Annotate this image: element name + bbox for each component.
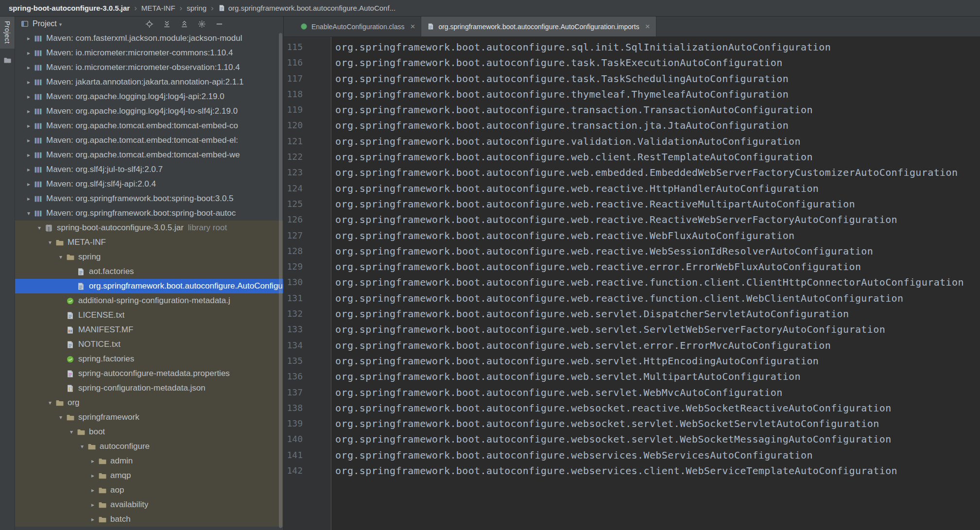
chevron-right-icon[interactable]: ▸ xyxy=(24,50,34,56)
chevron-down-icon[interactable]: ▾ xyxy=(77,443,87,450)
code-line[interactable]: org.springframework.boot.autoconfigure.t… xyxy=(335,55,980,70)
code-line[interactable]: org.springframework.boot.autoconfigure.t… xyxy=(335,102,980,118)
chevron-down-icon[interactable]: ▾ xyxy=(67,428,76,435)
chevron-down-icon[interactable]: ▾ xyxy=(56,414,66,421)
chevron-right-icon[interactable]: ▸ xyxy=(24,181,34,188)
tree-row[interactable]: ▸Maven: org.apache.logging.log4j:log4j-t… xyxy=(15,104,283,119)
editor-tab[interactable]: EnableAutoConfiguration.class× xyxy=(294,17,421,36)
tree-row[interactable]: NOTICE.txt xyxy=(15,337,283,352)
chevron-right-icon[interactable]: ▸ xyxy=(24,137,34,144)
tree-row[interactable]: ▸Maven: org.apache.tomcat.embed:tomcat-e… xyxy=(15,119,283,133)
tree-row[interactable]: ▾Maven: org.springframework.boot:spring-… xyxy=(15,206,283,221)
tree-row[interactable]: ▸Maven: org.apache.logging.log4j:log4j-a… xyxy=(15,89,283,104)
chevron-right-icon[interactable]: ▸ xyxy=(24,93,34,100)
select-opened-file-button[interactable] xyxy=(144,18,155,29)
chevron-right-icon[interactable]: ▸ xyxy=(24,108,34,115)
tree-row[interactable]: ▸aop xyxy=(15,483,283,497)
code-line[interactable]: org.springframework.boot.autoconfigure.w… xyxy=(335,416,980,431)
project-scrollbar[interactable] xyxy=(279,33,282,528)
editor-code[interactable]: org.springframework.boot.autoconfigure.s… xyxy=(331,37,980,530)
collapse-all-button[interactable] xyxy=(179,18,189,29)
chevron-right-icon[interactable]: ▸ xyxy=(24,122,34,129)
expand-all-button[interactable] xyxy=(161,18,172,29)
code-line[interactable]: org.springframework.boot.autoconfigure.w… xyxy=(335,463,980,479)
code-line[interactable]: org.springframework.boot.autoconfigure.w… xyxy=(335,306,980,322)
code-line[interactable]: org.springframework.boot.autoconfigure.w… xyxy=(335,165,980,180)
tree-row[interactable]: ▾autoconfigure xyxy=(15,439,283,454)
tree-row[interactable]: ▾spring-boot-autoconfigure-3.0.5.jarlibr… xyxy=(15,221,283,235)
chevron-right-icon[interactable]: ▸ xyxy=(24,195,34,202)
project-view-selector[interactable]: Project xyxy=(33,19,57,28)
tree-row[interactable]: ▸Maven: io.micrometer:micrometer-commons… xyxy=(15,46,283,60)
tree-row[interactable]: spring.factories xyxy=(15,352,283,366)
code-line[interactable]: org.springframework.boot.autoconfigure.w… xyxy=(335,291,980,306)
tree-row[interactable]: ▸Maven: org.springframework.boot:spring-… xyxy=(15,191,283,206)
tree-row[interactable]: {}spring-configuration-metadata.json xyxy=(15,381,283,395)
code-line[interactable]: org.springframework.boot.autoconfigure.t… xyxy=(335,86,980,102)
tree-row[interactable]: ▸Maven: org.slf4j:slf4j-api:2.0.4 xyxy=(15,177,283,191)
code-line[interactable]: org.springframework.boot.autoconfigure.w… xyxy=(335,181,980,196)
chevron-right-icon[interactable]: ▸ xyxy=(88,458,98,464)
stripe-folder-icon[interactable] xyxy=(3,56,11,64)
code-line[interactable]: org.springframework.boot.autoconfigure.w… xyxy=(335,212,980,227)
code-line[interactable]: org.springframework.boot.autoconfigure.t… xyxy=(335,71,980,86)
settings-button[interactable] xyxy=(196,18,207,29)
code-line[interactable]: org.springframework.boot.autoconfigure.w… xyxy=(335,228,980,243)
breadcrumb-item[interactable]: org.springframework.boot.autoconfigure.A… xyxy=(218,4,395,12)
code-line[interactable]: org.springframework.boot.autoconfigure.w… xyxy=(335,385,980,400)
breadcrumb-item[interactable]: spring xyxy=(187,4,206,12)
chevron-right-icon[interactable]: ▸ xyxy=(24,64,34,71)
tree-row[interactable]: aot.factories xyxy=(15,264,283,279)
chevron-right-icon[interactable]: ▸ xyxy=(24,35,34,42)
breadcrumb-item[interactable]: spring-boot-autoconfigure-3.0.5.jar xyxy=(9,4,130,12)
code-line[interactable]: org.springframework.boot.autoconfigure.w… xyxy=(335,447,980,463)
chevron-right-icon[interactable]: ▸ xyxy=(88,472,98,479)
chevron-down-icon[interactable]: ▾ xyxy=(34,224,44,231)
code-line[interactable]: org.springframework.boot.autoconfigure.w… xyxy=(335,196,980,212)
tree-row[interactable]: ▾boot xyxy=(15,425,283,439)
chevron-right-icon[interactable]: ▸ xyxy=(88,516,98,523)
close-icon[interactable]: × xyxy=(410,22,415,31)
code-line[interactable]: org.springframework.boot.autoconfigure.w… xyxy=(335,400,980,416)
chevron-down-icon[interactable]: ▾ xyxy=(45,399,55,406)
chevron-right-icon[interactable]: ▸ xyxy=(24,79,34,85)
chevron-right-icon[interactable]: ▸ xyxy=(88,501,98,508)
tree-row[interactable]: MANIFEST.MF xyxy=(15,323,283,337)
tree-row[interactable]: ▸amqp xyxy=(15,468,283,483)
breadcrumb-item[interactable]: META-INF xyxy=(141,4,175,12)
close-icon[interactable]: × xyxy=(645,22,650,31)
stripe-tab-project[interactable]: Project xyxy=(0,17,15,49)
tree-row[interactable]: org.springframework.boot.autoconfigure.A… xyxy=(15,279,283,293)
tree-row[interactable]: ▾META-INF xyxy=(15,235,283,250)
tree-row[interactable]: ▸admin xyxy=(15,454,283,468)
tree-row[interactable]: ▸Maven: com.fasterxml.jackson.module:jac… xyxy=(15,31,283,46)
tree-row[interactable]: ▸batch xyxy=(15,512,283,527)
code-line[interactable]: org.springframework.boot.autoconfigure.w… xyxy=(335,149,980,165)
code-line[interactable]: org.springframework.boot.autoconfigure.s… xyxy=(335,39,980,55)
chevron-right-icon[interactable]: ▸ xyxy=(24,152,34,158)
code-line[interactable]: org.springframework.boot.autoconfigure.w… xyxy=(335,369,980,384)
tree-row[interactable]: ▾org xyxy=(15,395,283,410)
code-line[interactable]: org.springframework.boot.autoconfigure.w… xyxy=(335,322,980,337)
tree-row[interactable]: ▸Maven: org.apache.tomcat.embed:tomcat-e… xyxy=(15,133,283,148)
code-line[interactable]: org.springframework.boot.autoconfigure.w… xyxy=(335,353,980,369)
chevron-down-icon[interactable]: ▾ xyxy=(45,239,55,246)
code-line[interactable]: org.springframework.boot.autoconfigure.t… xyxy=(335,118,980,133)
tree-row[interactable]: additional-spring-configuration-metadata… xyxy=(15,293,283,308)
chevron-down-icon[interactable]: ▾ xyxy=(24,210,34,217)
tree-row[interactable]: ▸Maven: io.micrometer:micrometer-observa… xyxy=(15,60,283,75)
tree-row[interactable]: ▸Maven: org.slf4j:jul-to-slf4j:2.0.7 xyxy=(15,162,283,177)
tree-row[interactable]: spring-autoconfigure-metadata.properties xyxy=(15,366,283,381)
editor-tab[interactable]: org.springframework.boot.autoconfigure.A… xyxy=(421,17,656,36)
chevron-right-icon[interactable]: ▸ xyxy=(24,166,34,173)
tree-row[interactable]: ▸Maven: jakarta.annotation:jakarta.annot… xyxy=(15,75,283,89)
chevron-down-icon[interactable]: ▾ xyxy=(59,21,62,28)
chevron-down-icon[interactable]: ▾ xyxy=(56,254,66,260)
hide-button[interactable] xyxy=(214,18,224,29)
tree-row[interactable]: LICENSE.txt xyxy=(15,308,283,323)
chevron-right-icon[interactable]: ▸ xyxy=(88,487,98,494)
tree-row[interactable]: ▾springframework xyxy=(15,410,283,425)
tree-row[interactable]: ▸availability xyxy=(15,497,283,512)
code-line[interactable]: org.springframework.boot.autoconfigure.w… xyxy=(335,274,980,290)
code-line[interactable]: org.springframework.boot.autoconfigure.w… xyxy=(335,431,980,447)
